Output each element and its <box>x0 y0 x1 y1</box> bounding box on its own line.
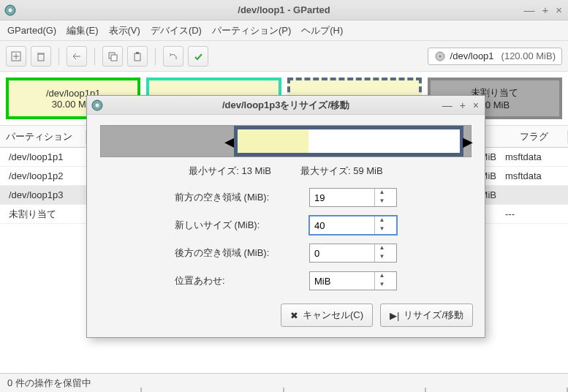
free-space <box>308 129 460 153</box>
row-flags: msftdata <box>501 170 568 181</box>
menu-gparted[interactable]: GParted(G) <box>7 25 56 36</box>
svg-rect-5 <box>38 54 44 61</box>
spin-up-icon[interactable]: ▲ <box>375 244 389 253</box>
delete-partition-button[interactable] <box>31 46 51 67</box>
header-partition[interactable]: パーティション <box>0 130 86 143</box>
svg-point-1 <box>9 8 12 12</box>
menu-partition[interactable]: パーティション(P) <box>212 24 291 37</box>
maximize-icon[interactable]: + <box>460 99 466 111</box>
menu-view[interactable]: 表示(V) <box>109 24 140 37</box>
menu-help[interactable]: ヘルプ(H) <box>301 24 343 37</box>
align-label: 位置あわせ: <box>175 274 299 287</box>
close-icon[interactable]: × <box>556 4 562 16</box>
preceding-free-label: 前方の空き領域 (MiB): <box>175 191 299 204</box>
menubar: GParted(G) 編集(E) 表示(V) デバイス(D) パーティション(P… <box>0 20 568 41</box>
spin-down-icon[interactable]: ▼ <box>375 281 389 290</box>
new-size-input[interactable] <box>310 216 374 234</box>
device-name: /dev/loop1 <box>450 50 494 61</box>
new-size-spin[interactable]: ▲▼ <box>309 216 397 235</box>
resize-handle-left[interactable]: ◀ <box>225 126 234 158</box>
menu-device[interactable]: デバイス(D) <box>151 24 202 37</box>
align-select[interactable]: ▲▼ <box>309 271 397 290</box>
row-flags: msftdata <box>501 151 568 162</box>
row-partition: 未割り当て <box>0 208 86 221</box>
disk-icon <box>434 50 446 62</box>
new-size-label: 新しいサイズ (MiB): <box>175 219 299 232</box>
maximize-icon[interactable]: + <box>542 4 548 16</box>
menu-edit[interactable]: 編集(E) <box>67 24 98 37</box>
used-space <box>238 129 308 153</box>
app-icon <box>4 4 16 16</box>
device-selector[interactable]: /dev/loop1 (120.00 MiB) <box>428 48 562 65</box>
svg-point-14 <box>96 103 99 107</box>
cancel-icon: ✖ <box>290 310 298 321</box>
cancel-label: キャンセル(C) <box>303 309 363 322</box>
max-size-label: 最大サイズ: 59 MiB <box>300 165 383 178</box>
spin-up-icon[interactable]: ▲ <box>375 272 389 281</box>
partition-frame[interactable] <box>234 126 463 157</box>
toolbar: /dev/loop1 (120.00 MiB) <box>0 41 568 72</box>
dialog-title: /dev/loop1p3をリサイズ/移動 <box>222 99 349 112</box>
row-partition: /dev/loop1p3 <box>0 189 86 200</box>
dialog-titlebar: /dev/loop1p3をリサイズ/移動 — + × <box>87 96 485 115</box>
svg-rect-8 <box>111 55 117 61</box>
row-flags: --- <box>501 208 568 219</box>
spin-up-icon[interactable]: ▲ <box>375 216 389 225</box>
undo-button[interactable] <box>163 46 183 67</box>
resize-slider[interactable]: ◀ ▶ <box>100 125 472 157</box>
minimize-icon[interactable]: — <box>442 99 452 111</box>
spin-down-icon[interactable]: ▼ <box>375 197 389 206</box>
svg-rect-9 <box>135 53 140 61</box>
row-partition: /dev/loop1p1 <box>0 151 86 162</box>
minimize-icon[interactable]: — <box>523 4 534 16</box>
resize-handle-right[interactable]: ▶ <box>463 126 472 158</box>
paste-button[interactable] <box>127 46 148 67</box>
following-free-input[interactable] <box>310 244 374 262</box>
row-partition: /dev/loop1p2 <box>0 170 86 181</box>
spin-up-icon[interactable]: ▲ <box>375 189 389 197</box>
header-flags[interactable]: フラグ <box>501 130 568 143</box>
resize-icon: ▶| <box>390 310 399 321</box>
spin-down-icon[interactable]: ▼ <box>375 253 389 262</box>
resize-label: リサイズ/移動 <box>404 309 463 322</box>
min-size-label: 最小サイズ: 13 MiB <box>189 165 271 178</box>
align-value[interactable] <box>310 272 374 290</box>
preceding-free-input[interactable] <box>310 189 374 206</box>
cancel-button[interactable]: ✖ キャンセル(C) <box>281 304 373 327</box>
preceding-free-spin[interactable]: ▲▼ <box>309 188 397 207</box>
svg-point-12 <box>439 55 441 57</box>
device-size: (120.00 MiB) <box>501 50 556 61</box>
app-icon <box>91 99 103 111</box>
resize-move-button[interactable] <box>67 46 87 67</box>
window-title: /dev/loop1 - GParted <box>238 4 330 15</box>
spin-down-icon[interactable]: ▼ <box>375 225 389 234</box>
resize-move-dialog: /dev/loop1p3をリサイズ/移動 — + × ◀ ▶ 最小サイズ: 13… <box>86 95 485 338</box>
copy-button[interactable] <box>102 46 123 67</box>
following-free-label: 後方の空き領域 (MiB): <box>175 246 299 260</box>
svg-rect-10 <box>136 52 139 54</box>
close-icon[interactable]: × <box>473 99 479 111</box>
resize-move-button[interactable]: ▶| リサイズ/移動 <box>380 304 473 327</box>
main-titlebar: /dev/loop1 - GParted — + × <box>0 0 568 20</box>
following-free-spin[interactable]: ▲▼ <box>309 244 397 263</box>
apply-button[interactable] <box>188 46 208 67</box>
new-partition-button[interactable] <box>6 46 26 67</box>
